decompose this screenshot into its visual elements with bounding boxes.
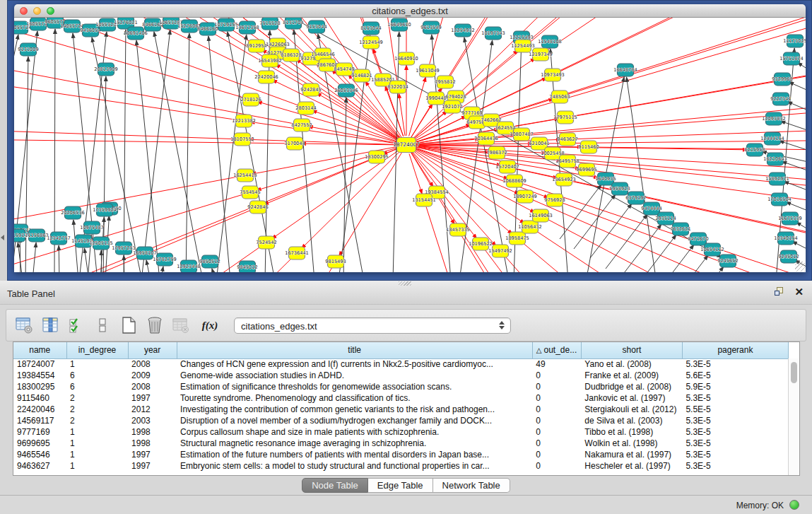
network-node[interactable]: 5958923 <box>609 182 630 195</box>
network-node[interactable]: 9153044 <box>306 21 326 33</box>
network-node[interactable]: 19613049 <box>416 64 440 77</box>
table-row[interactable]: 977716911998Corpus callosum shape and si… <box>13 426 789 438</box>
network-node[interactable]: 12197349 <box>529 48 553 61</box>
network-node[interactable]: 8912954 <box>246 40 266 52</box>
network-node[interactable]: 9227341 <box>770 93 791 105</box>
network-node[interactable]: 10719155 <box>214 18 238 31</box>
network-node[interactable]: 9815493 <box>325 255 346 268</box>
network-node[interactable]: 10973493 <box>541 69 565 81</box>
network-node[interactable]: 11254493 <box>511 40 535 52</box>
network-canvas[interactable]: 2405572416055724960557214055724943605410… <box>14 18 806 272</box>
tab-network-table[interactable]: Network Table <box>433 478 510 493</box>
network-node[interactable]: 12342757 <box>47 232 71 245</box>
network-node[interactable]: 15720407 <box>495 160 519 173</box>
function-builder-icon[interactable]: f(x) <box>198 315 222 336</box>
table-row[interactable]: 946554611997Estimation of the future num… <box>13 449 789 460</box>
network-node[interactable]: 9463627 <box>557 133 577 146</box>
new-document-icon[interactable] <box>119 315 138 336</box>
network-node[interactable]: 17957253 <box>112 242 136 255</box>
network-node[interactable]: 2718126 <box>240 93 261 106</box>
network-node[interactable]: 8215958 <box>744 144 765 156</box>
network-node[interactable]: 7485063 <box>549 90 570 103</box>
network-node[interactable]: 8427552 <box>291 119 312 132</box>
column-header-year[interactable]: year <box>128 342 177 358</box>
network-node[interactable]: 7986372 <box>486 146 507 159</box>
canvas-resize-grip[interactable] <box>795 262 805 271</box>
network-node[interactable]: 9845012 <box>237 261 257 272</box>
close-panel-icon[interactable]: ✕ <box>794 287 804 296</box>
network-node[interactable]: 17016504 <box>767 193 792 206</box>
network-node[interactable]: 20691406 <box>124 27 148 40</box>
network-node[interactable]: 9242845 <box>300 83 321 96</box>
network-node[interactable]: 9245652 <box>717 255 738 267</box>
network-node[interactable]: 7955812 <box>435 76 455 88</box>
network-window[interactable]: citations_edges.txt 24055724160557249605… <box>14 4 806 272</box>
network-node[interactable]: 11548108 <box>538 35 562 48</box>
network-node[interactable]: 10654112 <box>700 243 724 256</box>
table-row[interactable]: 1456911722003Disruption of a novel membe… <box>13 415 789 426</box>
network-node[interactable]: 18907249 <box>513 190 537 203</box>
network-node[interactable]: 11156863 <box>25 229 49 242</box>
network-node[interactable]: 10975487 <box>80 221 104 234</box>
network-node[interactable]: 16495758 <box>555 155 579 168</box>
network-node[interactable]: 16210643 <box>763 153 787 165</box>
network-node[interactable]: 9613549 <box>420 21 441 34</box>
panel-drag-grip[interactable] <box>399 281 411 286</box>
network-node[interactable]: 26053346 <box>334 84 358 97</box>
network-node[interactable]: 18107552 <box>230 133 254 146</box>
show-columns-icon[interactable] <box>41 315 59 336</box>
network-node[interactable]: 8153044 <box>360 22 381 35</box>
tab-edge-table[interactable]: Edge Table <box>368 478 433 493</box>
network-node[interactable]: 10340154 <box>774 232 798 245</box>
network-node[interactable]: 12124549 <box>359 36 383 49</box>
delete-table-icon[interactable] <box>172 315 190 336</box>
network-node[interactable]: 9756928 <box>544 194 565 206</box>
table-selector-dropdown[interactable]: citations_edges.txt <box>234 317 511 334</box>
network-node[interactable]: 2803144 <box>295 102 316 115</box>
network-node[interactable]: 12923448 <box>177 260 201 272</box>
column-checklist-icon[interactable] <box>67 315 86 336</box>
network-node[interactable]: 16640910 <box>394 52 418 65</box>
network-node[interactable]: 11056432 <box>518 221 542 233</box>
panel-collapse-handle[interactable] <box>1 235 4 240</box>
network-node[interactable]: 1990448 <box>425 92 446 105</box>
delete-rows-trash-icon[interactable] <box>146 315 164 336</box>
column-header-in_degree[interactable]: in_degree <box>66 342 128 358</box>
network-node[interactable]: 9131009 <box>18 43 38 56</box>
network-node[interactable]: 11173025 <box>783 35 806 47</box>
table-row[interactable]: 969969511998Structural magnetic resonanc… <box>13 438 789 449</box>
network-node[interactable]: 17975115 <box>553 111 577 124</box>
network-node[interactable]: 16736441 <box>285 247 309 259</box>
network-node[interactable]: 7554545 <box>240 186 260 199</box>
network-node[interactable]: 16543982 <box>258 54 282 67</box>
network-node[interactable]: 8186328 <box>281 49 301 62</box>
network-node[interactable]: 18724007 <box>393 138 420 153</box>
network-node[interactable]: 12254932 <box>451 24 475 37</box>
network-node[interactable]: 15751874 <box>779 52 804 65</box>
network-node[interactable]: 10807487 <box>510 128 534 141</box>
network-node[interactable]: 7515528 <box>259 18 280 30</box>
network-node[interactable]: 18958475 <box>505 232 529 245</box>
table-row[interactable]: 911546021997Tourette syndrome. Phenomeno… <box>13 392 789 404</box>
network-node[interactable]: 18457335 <box>446 223 470 236</box>
network-node[interactable]: 12505135 <box>89 237 113 250</box>
network-node[interactable]: 10197343 <box>481 27 505 40</box>
column-header-short[interactable]: short <box>581 342 682 358</box>
network-node[interactable]: 9146821 <box>351 69 372 82</box>
network-node[interactable]: 15892971 <box>765 173 789 185</box>
network-node[interactable]: 11675339 <box>778 212 802 225</box>
table-row[interactable]: 2242004622012Investigating the contribut… <box>13 404 789 415</box>
stacked-rows-icon[interactable] <box>93 315 112 336</box>
float-panel-icon[interactable] <box>775 287 784 296</box>
network-node[interactable]: 9329968 <box>772 73 792 86</box>
column-header-out_de[interactable]: △out_de... <box>532 342 581 358</box>
network-node[interactable]: 9242846 <box>247 201 268 214</box>
column-header-name[interactable]: name <box>13 342 66 358</box>
network-node[interactable]: 12213382 <box>232 115 256 127</box>
network-node[interactable]: 10688609 <box>502 175 526 187</box>
network-node[interactable]: 1921072 <box>442 100 462 113</box>
network-node[interactable]: 16648784 <box>613 64 637 76</box>
network-node[interactable]: 16782759 <box>153 253 177 266</box>
network-node[interactable]: 20364436 <box>474 132 498 145</box>
network-node[interactable]: 15497492 <box>488 245 512 257</box>
